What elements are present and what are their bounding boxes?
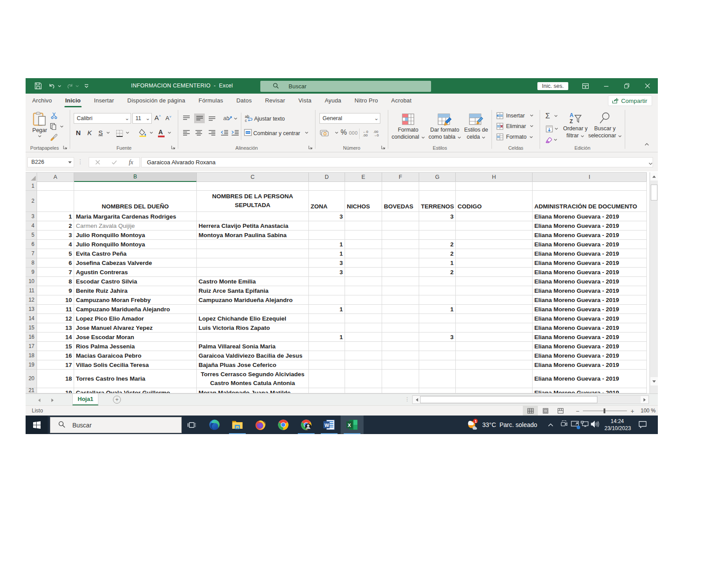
cell-G17[interactable]	[419, 342, 456, 351]
fill-color-dropdown-icon[interactable]	[150, 132, 153, 134]
cell-F18[interactable]	[382, 351, 419, 360]
cell-H19[interactable]	[456, 360, 533, 370]
redo-icon[interactable]	[66, 83, 74, 90]
cell-E7[interactable]	[345, 249, 382, 258]
cell-I1[interactable]	[533, 181, 647, 191]
cell-E17[interactable]	[345, 342, 382, 351]
cell-A7[interactable]: 5	[37, 249, 74, 258]
format-painter-icon[interactable]	[50, 134, 58, 143]
cell-E20[interactable]	[345, 370, 382, 388]
cell-E6[interactable]	[345, 240, 382, 249]
cell-G10[interactable]	[419, 277, 456, 286]
format-as-table-button[interactable]: Dar formato como tabla	[428, 112, 462, 140]
cell-F7[interactable]	[382, 249, 419, 258]
cell-I3[interactable]: Eliana Moreno Guevara - 2019	[533, 212, 647, 221]
cell-I21[interactable]: Eliana Moreno Guevara - 2019	[533, 388, 647, 393]
cell-C1[interactable]	[197, 181, 309, 191]
ribbon-tab-nitro-pro[interactable]: Nitro Pro	[348, 94, 385, 108]
cell-G2[interactable]: TERRENOS	[419, 191, 456, 212]
decrease-font-icon[interactable]: A˅	[165, 115, 171, 121]
cell-B10[interactable]: Escodar Castro Silvia	[74, 277, 197, 286]
tray-temperature[interactable]: 33°C	[482, 421, 496, 428]
cell-B9[interactable]: Agustin Contreras	[74, 268, 197, 277]
find-select-button[interactable]: Buscar y seleccionar	[586, 112, 623, 139]
row-header-16[interactable]: 16	[26, 333, 37, 342]
copy-icon[interactable]	[50, 123, 57, 132]
zoom-out-icon[interactable]: −	[576, 408, 579, 415]
cell-A3[interactable]: 1	[37, 212, 74, 221]
cell-F21[interactable]	[382, 388, 419, 393]
cell-B21[interactable]: Castallara Ovala Victor Guillermo	[74, 388, 197, 393]
delete-dropdown-icon[interactable]	[530, 125, 533, 127]
cell-E16[interactable]	[345, 333, 382, 342]
underline-button[interactable]: S	[98, 129, 103, 136]
sheet-nav-right-icon[interactable]	[51, 398, 54, 403]
cell-E19[interactable]	[345, 360, 382, 370]
cell-D16[interactable]: 1	[309, 333, 345, 342]
align-bottom-icon[interactable]	[208, 115, 216, 123]
enter-formula-icon[interactable]	[106, 159, 123, 166]
cell-I20[interactable]: Eliana Moreno Guevara - 2019	[533, 370, 647, 388]
cast-icon[interactable]	[571, 421, 579, 429]
cell-E12[interactable]	[345, 295, 382, 305]
weather-icon[interactable]: 1	[466, 418, 478, 431]
cell-C11[interactable]: Ruiz Arce Santa Epifania	[197, 286, 309, 295]
cell-H17[interactable]	[456, 342, 533, 351]
sheet-tab-hoja1[interactable]: Hoja1	[72, 394, 98, 405]
cell-I5[interactable]: Eliana Moreno Guevara - 2019	[533, 230, 647, 240]
cell-A13[interactable]: 11	[37, 305, 74, 314]
cell-I19[interactable]: Eliana Moreno Guevara - 2019	[533, 360, 647, 370]
ribbon-tab-archivo[interactable]: Archivo	[26, 94, 59, 108]
cell-H11[interactable]	[456, 286, 533, 295]
row-header-4[interactable]: 4	[26, 221, 37, 230]
cell-B17[interactable]: Rios Palma Jessenia	[74, 342, 197, 351]
cell-C3[interactable]	[197, 212, 309, 221]
align-center-icon[interactable]	[195, 130, 203, 138]
column-header-F[interactable]: F	[382, 173, 419, 182]
zoom-slider-thumb[interactable]	[604, 408, 605, 413]
cell-F5[interactable]	[382, 230, 419, 240]
page-layout-view-icon[interactable]	[538, 406, 553, 416]
cell-B14[interactable]: Lopez Pico Elio Amador	[74, 314, 197, 323]
cell-H7[interactable]	[456, 249, 533, 258]
ribbon-tab-ayuda[interactable]: Ayuda	[318, 94, 348, 108]
cell-B3[interactable]: Maria Margarita Cardenas Rodriges	[74, 212, 197, 221]
cell-I6[interactable]: Eliana Moreno Guevara - 2019	[533, 240, 647, 249]
cell-G5[interactable]	[419, 230, 456, 240]
row-header-6[interactable]: 6	[26, 240, 37, 249]
cell-E3[interactable]	[345, 212, 382, 221]
column-header-D[interactable]: D	[309, 173, 345, 182]
undo-dropdown-icon[interactable]	[58, 85, 61, 87]
ribbon-tab-vista[interactable]: Vista	[292, 94, 318, 108]
cancel-formula-icon[interactable]	[89, 159, 106, 166]
cell-B11[interactable]: Benite Ruiz Jahira	[74, 286, 197, 295]
number-dialog-launcher-icon[interactable]	[381, 145, 386, 150]
cell-A17[interactable]: 15	[37, 342, 74, 351]
cell-G15[interactable]	[419, 323, 456, 333]
fill-dropdown-icon[interactable]	[555, 128, 558, 130]
cell-F12[interactable]	[382, 295, 419, 305]
cell-B19[interactable]: Villao Solis Cecilia Teresa	[74, 360, 197, 370]
ribbon-tab-acrobat[interactable]: Acrobat	[385, 94, 418, 108]
scroll-right-icon[interactable]	[641, 396, 648, 403]
cell-A4[interactable]: 2	[37, 221, 74, 230]
cell-H16[interactable]	[456, 333, 533, 342]
cell-F1[interactable]	[382, 181, 419, 191]
cell-G3[interactable]: 3	[419, 212, 456, 221]
bold-button[interactable]: N	[76, 129, 81, 136]
cell-G14[interactable]	[419, 314, 456, 323]
cell-G9[interactable]: 2	[419, 268, 456, 277]
row-header-9[interactable]: 9	[26, 268, 37, 277]
cell-B13[interactable]: Campuzano Maridueña Alejandro	[74, 305, 197, 314]
cell-G13[interactable]: 1	[419, 305, 456, 314]
cell-A19[interactable]: 17	[37, 360, 74, 370]
cell-I16[interactable]: Eliana Moreno Guevara - 2019	[533, 333, 647, 342]
autosum-dropdown-icon[interactable]	[554, 115, 558, 117]
clear-icon[interactable]	[545, 136, 552, 145]
cell-D14[interactable]	[309, 314, 345, 323]
cell-D9[interactable]: 3	[309, 268, 345, 277]
cell-F4[interactable]	[382, 221, 419, 230]
cell-F13[interactable]	[382, 305, 419, 314]
clear-dropdown-icon[interactable]	[554, 139, 557, 141]
wrap-text-icon[interactable]: abc	[245, 114, 253, 124]
